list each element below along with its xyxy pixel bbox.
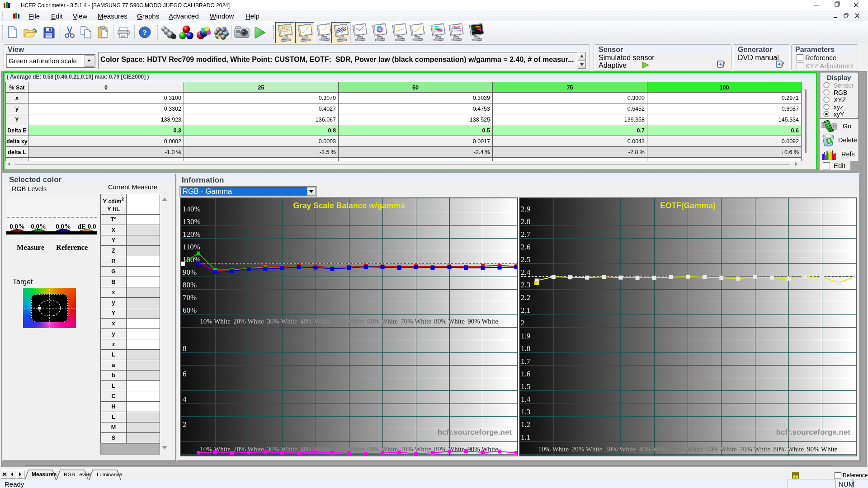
svg-text:80%: 80% (183, 281, 197, 289)
svg-text:hcfr.sourceforge.net: hcfr.sourceforge.net (776, 428, 851, 436)
svg-text:2.2: 2.2 (521, 293, 530, 302)
svg-text:40% White: 40% White (639, 446, 670, 453)
svg-text:60% White: 60% White (706, 446, 737, 453)
svg-text:1.4: 1.4 (521, 395, 531, 404)
svg-text:70%: 70% (183, 293, 197, 302)
svg-text:80% White: 80% White (434, 318, 465, 325)
svg-text:140%: 140% (183, 205, 201, 213)
svg-text:90%: 90% (183, 268, 197, 277)
svg-text:2.9: 2.9 (521, 205, 530, 213)
svg-text:4: 4 (183, 395, 187, 404)
svg-text:120%: 120% (183, 230, 201, 239)
svg-text:70% White: 70% White (740, 446, 770, 453)
svg-text:1.6: 1.6 (521, 370, 530, 378)
svg-text:80% White: 80% White (774, 446, 804, 453)
svg-text:90% White: 90% White (807, 446, 838, 453)
svg-text:50% White: 50% White (673, 446, 703, 453)
svg-text:6: 6 (183, 370, 187, 378)
svg-text:1.1: 1.1 (521, 433, 530, 441)
svg-text:0.0%: 0.0% (31, 223, 46, 230)
svg-text:1.7: 1.7 (521, 357, 531, 366)
svg-text:0.0%: 0.0% (9, 223, 25, 230)
svg-text:20% White: 20% White (572, 446, 603, 453)
svg-text:2: 2 (521, 319, 525, 327)
svg-text:dE 0.0: dE 0.0 (78, 223, 96, 230)
svg-text:30% White: 30% White (605, 446, 636, 453)
svg-text:RGB Levels: RGB Levels (64, 472, 92, 477)
svg-text:2.8: 2.8 (521, 217, 530, 226)
svg-text:2.7: 2.7 (521, 230, 531, 239)
svg-text:70% White: 70% White (401, 318, 431, 325)
svg-text:60%: 60% (183, 306, 197, 314)
svg-text:50% White: 50% White (334, 318, 364, 325)
svg-text:1.5: 1.5 (521, 382, 530, 391)
svg-text:2.5: 2.5 (521, 255, 530, 264)
svg-text:hcfr.sourceforge.net: hcfr.sourceforge.net (438, 428, 512, 436)
svg-text:1.8: 1.8 (521, 344, 530, 353)
svg-text:Luminance: Luminance (97, 472, 122, 477)
svg-text:Gray Scale Balance w/gamma: Gray Scale Balance w/gamma (293, 201, 405, 210)
svg-text:2.6: 2.6 (521, 243, 530, 251)
svg-text:2.1: 2.1 (521, 306, 530, 314)
svg-text:30% White: 30% White (267, 318, 297, 325)
svg-text:20% White: 20% White (233, 318, 264, 325)
svg-text:90% White: 90% White (467, 318, 498, 325)
svg-text:40% White: 40% White (300, 318, 331, 325)
svg-text:10% White: 10% White (200, 318, 231, 325)
svg-text:8: 8 (183, 344, 187, 353)
svg-text:1.2: 1.2 (521, 420, 530, 429)
svg-text:1.3: 1.3 (521, 408, 530, 416)
svg-text:110%: 110% (183, 243, 200, 251)
svg-text:EOTF(Gamma): EOTF(Gamma) (660, 201, 716, 210)
svg-text:?: ? (143, 28, 147, 37)
svg-text:2.4: 2.4 (521, 268, 531, 277)
svg-text:2.3: 2.3 (521, 281, 530, 289)
svg-text:60% White: 60% White (367, 318, 398, 325)
svg-text:2: 2 (183, 420, 187, 429)
svg-text:Measures: Measures (32, 471, 57, 478)
svg-text:10% White: 10% White (538, 446, 569, 453)
svg-text:130%: 130% (183, 217, 201, 226)
svg-text:1.9: 1.9 (521, 332, 530, 340)
svg-text:0.0%: 0.0% (56, 223, 71, 230)
